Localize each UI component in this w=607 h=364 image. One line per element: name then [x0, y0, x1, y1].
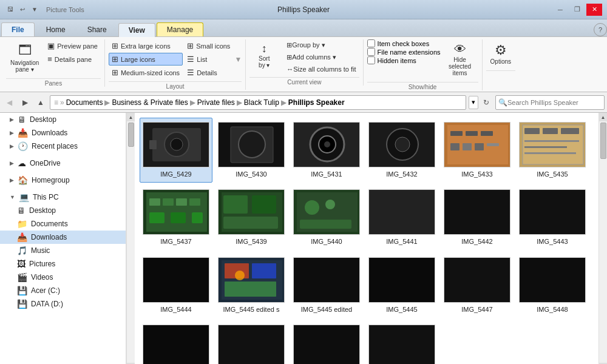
file-item-img5441[interactable]: IMG_5441 — [365, 185, 438, 250]
sidebar-item-downloads-top[interactable]: ▶ 📥 Downloads — [0, 126, 126, 140]
file-item-img5433[interactable]: IMG_5433 — [441, 118, 514, 183]
sidebar-item-pictures[interactable]: 🖼 Pictures — [0, 257, 126, 271]
address-path[interactable]: ≡ » Documents ▶ Business & Private files… — [50, 95, 466, 110]
forward-button[interactable]: ▶ — [18, 96, 32, 109]
sidebar-scrollbar[interactable]: ▲ ▼ — [126, 113, 135, 364]
sidebar-item-label: Desktop — [30, 115, 56, 124]
file-item-img5429[interactable]: IMG_5429 — [140, 118, 212, 183]
svg-rect-29 — [524, 140, 579, 142]
hidden-items-input[interactable] — [367, 56, 375, 64]
file-item-img5435[interactable]: IMG_5435 — [516, 118, 589, 183]
sidebar-item-acer-c[interactable]: 💾 Acer (C:) — [0, 284, 126, 297]
path-black-tulip[interactable]: Black Tulip — [244, 98, 279, 107]
tab-file[interactable]: File — [1, 22, 35, 36]
file-item-img5445edited[interactable]: IMG_5445 edited — [290, 253, 363, 318]
close-button[interactable]: ✕ — [586, 4, 602, 16]
options-button[interactable]: ⚙ Options — [486, 39, 515, 68]
group-by-button[interactable]: ⊞ Group by ▾ — [283, 39, 359, 51]
sidebar-item-label: This PC — [33, 193, 59, 201]
hide-selected-button[interactable]: 👁 Hide selected items — [442, 39, 478, 79]
up-button[interactable]: ▲ — [34, 96, 47, 109]
sidebar-scroll-thumb[interactable] — [128, 123, 134, 147]
tab-home[interactable]: Home — [36, 22, 76, 36]
file-name-extensions-checkbox[interactable]: File name extensions — [367, 48, 441, 56]
filegrid-scrollbar[interactable]: ▲ ▼ — [599, 113, 607, 364]
size-all-button[interactable]: ↔ Size all columns to fit — [283, 64, 359, 75]
file-item-img5437[interactable]: IMG_5437 — [140, 185, 212, 250]
file-item-img5457[interactable]: IMG_5457 — [140, 320, 212, 364]
path-dropdown-button[interactable]: ▾ — [469, 96, 478, 109]
sidebar-item-music[interactable]: 🎵 Music — [0, 244, 126, 257]
search-box[interactable]: 🔍 — [495, 95, 605, 110]
list-icon: ☰ — [187, 55, 194, 64]
file-thumb-img5439 — [218, 189, 285, 235]
details-button[interactable]: ☰ Details — [184, 66, 233, 79]
preview-pane-button[interactable]: ▣ Preview pane — [44, 39, 101, 52]
file-item-img5439[interactable]: IMG_5439 — [215, 185, 288, 250]
path-documents[interactable]: Documents — [66, 98, 103, 107]
tab-view[interactable]: View — [118, 23, 155, 37]
file-item-img5460[interactable]: IMG_5460 — [215, 320, 288, 364]
file-item-img5448[interactable]: IMG_5448 — [516, 253, 589, 318]
dropdown-quick-btn[interactable]: ▼ — [29, 4, 40, 15]
undo-quick-btn[interactable]: ↩ — [17, 4, 28, 15]
restore-button[interactable]: ❐ — [569, 4, 585, 16]
file-item-img5447[interactable]: IMG_5447 — [441, 253, 514, 318]
sidebar-item-this-pc[interactable]: ▼ 💻 This PC — [0, 190, 126, 204]
large-icons-button[interactable]: ⊞ Large icons — [109, 53, 183, 66]
file-item-img5461[interactable]: IMG_5461 — [290, 320, 363, 364]
tab-manage[interactable]: Manage — [157, 22, 203, 36]
sidebar-item-onedrive[interactable]: ▶ ☁ OneDrive — [0, 157, 126, 170]
details-pane-button[interactable]: ≡ Details pane — [44, 53, 101, 66]
sort-by-button[interactable]: ↕ Sortby ▾ — [249, 39, 279, 75]
file-item-img5443[interactable]: IMG_5443 — [516, 185, 589, 250]
sidebar-item-documents[interactable]: 📁 Documents — [0, 217, 126, 231]
file-item-img5430[interactable]: IMG_5430 — [215, 118, 288, 183]
file-item-img5445[interactable]: IMG_5445 — [365, 253, 438, 318]
path-business[interactable]: Business & Private files — [112, 98, 188, 107]
item-check-boxes-checkbox[interactable]: Item check boxes — [367, 39, 441, 47]
small-icons-button[interactable]: ⊞ Small icons — [184, 39, 233, 52]
file-item-img5432[interactable]: IMG_5432 — [365, 118, 438, 183]
search-input[interactable] — [507, 99, 602, 106]
path-phillips-speaker[interactable]: Phillips Speaker — [288, 98, 345, 107]
item-check-boxes-input[interactable] — [367, 39, 375, 47]
filegrid-scroll-up[interactable]: ▲ — [599, 113, 608, 121]
list-button[interactable]: ☰ List — [184, 53, 233, 66]
svg-rect-39 — [171, 212, 186, 223]
extra-large-icons-button[interactable]: ⊞ Extra large icons — [109, 39, 183, 52]
filegrid-scroll-thumb[interactable] — [600, 123, 606, 159]
sidebar-item-videos[interactable]: 🎬 Videos — [0, 271, 126, 284]
svg-rect-4 — [149, 140, 157, 149]
add-columns-button[interactable]: ⊞ Add columns ▾ — [283, 52, 359, 63]
file-item-img5462[interactable]: IMG_5462 — [365, 320, 438, 364]
path-private[interactable]: Private files — [197, 98, 235, 107]
sidebar-scroll-track[interactable] — [127, 121, 135, 363]
medium-sized-button[interactable]: ⊞ Medium-sized icons — [109, 66, 183, 79]
save-quick-btn[interactable]: 🖫 — [5, 4, 16, 15]
filegrid-scroll-track[interactable] — [599, 121, 607, 363]
minimize-button[interactable]: ─ — [552, 4, 568, 16]
file-name-extensions-input[interactable] — [367, 48, 375, 56]
help-button[interactable]: ? — [594, 23, 607, 36]
refresh-button[interactable]: ↻ — [480, 96, 493, 109]
sidebar-item-desktop[interactable]: 🖥 Desktop — [0, 204, 126, 217]
sidebar-item-downloads[interactable]: 📥 Downloads — [0, 231, 126, 244]
file-item-img5440[interactable]: IMG_5440 — [290, 185, 363, 250]
file-thumb-img5443 — [519, 189, 586, 235]
file-item-img5442[interactable]: IMG_5442 — [441, 185, 514, 250]
file-item-img5445es[interactable]: IMG_5445 edited s — [215, 253, 288, 318]
sidebar-item-data-d[interactable]: 💾 DATA (D:) — [0, 297, 126, 311]
layout-right-col: ⊞ Small icons ☰ List ☰ Details — [184, 39, 233, 79]
sidebar-scroll-up[interactable]: ▲ — [127, 113, 135, 121]
sidebar-item-recent-places[interactable]: ▶ 🕐 Recent places — [0, 140, 126, 153]
file-item-img5444[interactable]: IMG_5444 — [140, 253, 212, 318]
tab-share[interactable]: Share — [77, 22, 117, 36]
back-button[interactable]: ◀ — [2, 96, 16, 109]
sidebar-item-desktop-top[interactable]: ▶ 🖥 Desktop — [0, 113, 126, 126]
layout-expand-arrow[interactable]: ▼ — [234, 55, 242, 64]
sidebar-item-homegroup[interactable]: ▶ 🏠 Homegroup — [0, 174, 126, 187]
nav-pane-button[interactable]: 🗔 Navigationpane ▾ — [6, 39, 43, 76]
hidden-items-checkbox[interactable]: Hidden items — [367, 56, 441, 64]
file-item-img5431[interactable]: IMG_5431 — [290, 118, 363, 183]
